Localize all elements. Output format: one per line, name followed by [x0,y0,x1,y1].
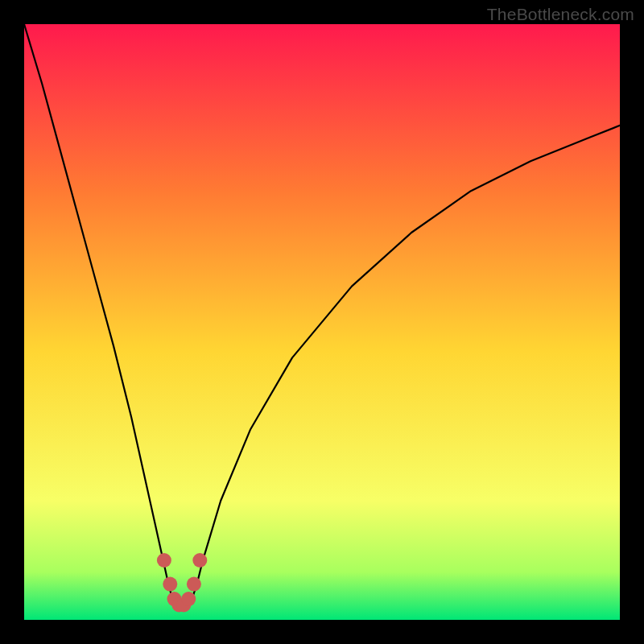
marker-dot [187,577,201,592]
plot-area [24,24,620,620]
watermark-text: TheBottleneck.com [487,5,634,24]
marker-dot [157,553,171,568]
chart-stage: TheBottleneck.com [0,0,644,644]
marker-dot [181,592,196,606]
plot-svg [24,24,620,620]
marker-dot [192,553,207,568]
marker-dot [163,577,177,592]
